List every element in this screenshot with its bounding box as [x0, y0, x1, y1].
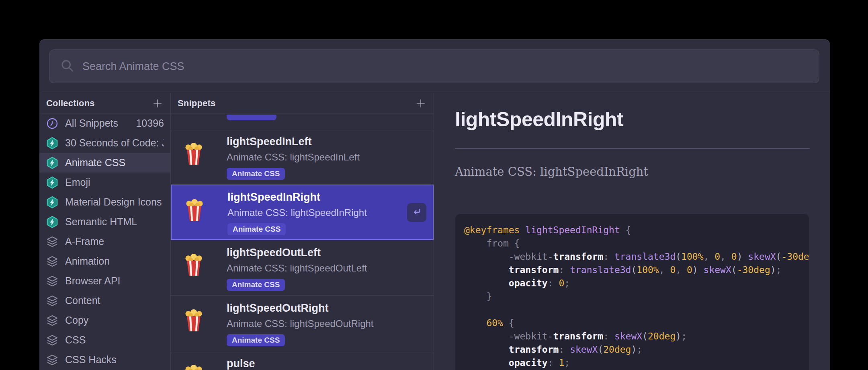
code-line: opacity: 1; [464, 356, 809, 370]
snippet-description: Animate CSS: lightSpeedOutLeft [227, 263, 426, 274]
detail-divider [455, 148, 810, 149]
sidebar-item-animation[interactable]: Animation [39, 251, 170, 271]
collections-panel: Collections All Snippets1039630 Seconds … [39, 93, 171, 370]
sidebar-item-label: Emoji [65, 177, 164, 188]
snippet-list-item-pulse[interactable]: pulse [171, 351, 434, 370]
snippet-description: Animate CSS: lightSpeedInRight [227, 207, 425, 218]
main-area: Collections All Snippets1039630 Seconds … [39, 93, 830, 370]
search-bar[interactable] [49, 49, 819, 83]
code-line: transform: translate3d(100%, 0, 0) skewX… [464, 263, 809, 277]
snippet-title: lightSpeedOutLeft [227, 247, 426, 259]
sidebar-item-all-snippets[interactable]: All Snippets10396 [39, 113, 170, 133]
popcorn-icon [184, 309, 204, 332]
layers-icon [46, 275, 59, 288]
snippets-title: Snippets [178, 98, 216, 109]
sidebar-item-animate-css[interactable]: Animate CSS [39, 153, 170, 173]
layers-icon [46, 314, 59, 327]
code-line: } [464, 290, 809, 303]
collections-title: Collections [46, 98, 95, 109]
search-input[interactable] [82, 60, 809, 73]
layers-icon [46, 255, 59, 268]
layers-icon [46, 334, 59, 347]
code-line: 60% { [464, 317, 809, 330]
sidebar-item-label: All Snippets [65, 117, 129, 129]
hexagon-bolt-icon [46, 196, 59, 209]
search-row [39, 39, 830, 93]
collections-list: All Snippets1039630 Seconds of Code: Ja.… [39, 113, 170, 370]
sidebar-item-label: Animation [65, 255, 164, 267]
sidebar-item-label: Browser API [65, 275, 164, 287]
layers-icon [46, 354, 59, 366]
popcorn-icon [184, 199, 205, 222]
sidebar-item-label: Animate CSS [65, 157, 164, 169]
sidebar-item-label: Material Design Icons [65, 196, 164, 208]
hexagon-bolt-icon [46, 137, 59, 150]
tag-badge: Animate CSS [227, 168, 285, 180]
snippet-detail-panel: lightSpeedInRight Animate CSS: lightSpee… [434, 93, 830, 370]
snippet-detail-title: lightSpeedInRight [455, 108, 810, 131]
tag-badge: Animate CSS [227, 223, 286, 235]
add-snippet-button[interactable] [415, 97, 427, 109]
code-line [464, 303, 809, 317]
clock-icon [46, 117, 59, 130]
snippet-list-item-lightSpeedInRight[interactable]: lightSpeedInRightAnimate CSS: lightSpeed… [171, 185, 434, 240]
sidebar-item-material-design-icons[interactable]: Material Design Icons [39, 192, 170, 212]
popcorn-icon [184, 143, 204, 165]
collections-header: Collections [39, 93, 170, 113]
sidebar-item-content[interactable]: Content [39, 291, 170, 310]
snippet-title: lightSpeedOutRight [227, 302, 426, 314]
snippet-description: Animate CSS: lightSpeedOutRight [227, 318, 426, 329]
sidebar-item-a-frame[interactable]: A-Frame [39, 232, 170, 251]
sidebar-item-label: CSS Hacks [65, 354, 164, 366]
app-window: Collections All Snippets1039630 Seconds … [39, 39, 830, 370]
snippet-count: 10396 [136, 117, 164, 129]
popcorn-icon [184, 365, 204, 370]
sidebar-item-30-seconds-of-code-ja[interactable]: 30 Seconds of Code: Ja... [39, 133, 170, 153]
snippet-title: lightSpeedInLeft [227, 136, 426, 148]
snippet-title: lightSpeedInRight [227, 191, 425, 204]
sidebar-item-label: Semantic HTML [65, 216, 164, 228]
snippets-header: Snippets [171, 93, 434, 113]
tag-badge: Animate CSS [227, 334, 285, 346]
sidebar-item-css-hacks[interactable]: CSS Hacks [39, 350, 170, 370]
code-line: @keyframes lightSpeedInRight { [464, 224, 809, 237]
code-editor[interactable]: @keyframes lightSpeedInRight { from { -w… [455, 214, 809, 370]
code-line: from { [464, 237, 809, 250]
hexagon-bolt-icon [46, 216, 59, 228]
hexagon-bolt-icon [46, 176, 59, 189]
code-line: -webkit-transform: skewX(20deg); [464, 330, 809, 343]
code-line: transform: skewX(20deg); [464, 343, 809, 356]
code-line: -webkit-transform: translate3d(100%, 0, … [464, 250, 809, 263]
sidebar-item-label: A-Frame [65, 236, 164, 247]
sidebar-item-label: 30 Seconds of Code: Ja... [65, 137, 164, 149]
tag-badge-fragment [227, 115, 276, 120]
scrolled-snippet-tag-fragment [171, 113, 434, 129]
layers-icon [46, 235, 59, 248]
sidebar-item-css[interactable]: CSS [39, 330, 170, 350]
sidebar-item-label: Copy [65, 314, 164, 326]
layers-icon [46, 294, 59, 307]
snippet-list-item-lightSpeedOutLeft[interactable]: lightSpeedOutLeftAnimate CSS: lightSpeed… [171, 240, 434, 296]
sidebar-item-label: CSS [65, 334, 164, 346]
snippets-panel: Snippets lightSpeedInLeftAnimate CSS: li… [171, 93, 434, 370]
snippets-list[interactable]: lightSpeedInLeftAnimate CSS: lightSpeedI… [171, 113, 434, 370]
return-icon [411, 206, 423, 220]
add-collection-button[interactable] [151, 97, 164, 109]
sidebar-item-semantic-html[interactable]: Semantic HTML [39, 212, 170, 232]
hexagon-bolt-icon [46, 156, 59, 169]
sidebar-item-label: Content [65, 295, 164, 306]
tag-badge: Animate CSS [227, 279, 285, 291]
snippet-list-item-lightSpeedInLeft[interactable]: lightSpeedInLeftAnimate CSS: lightSpeedI… [171, 129, 434, 185]
code-line: opacity: 0; [464, 277, 809, 290]
sidebar-item-emoji[interactable]: Emoji [39, 173, 170, 192]
snippet-detail-description: Animate CSS: lightSpeedInRight [455, 165, 810, 179]
search-icon [60, 58, 74, 74]
sidebar-item-copy[interactable]: Copy [39, 310, 170, 330]
snippet-title: pulse [227, 358, 426, 370]
popcorn-icon [184, 254, 204, 276]
snippet-list-item-lightSpeedOutRight[interactable]: lightSpeedOutRightAnimate CSS: lightSpee… [171, 296, 434, 351]
open-snippet-button[interactable] [407, 203, 426, 222]
sidebar-item-browser-api[interactable]: Browser API [39, 271, 170, 291]
snippet-description: Animate CSS: lightSpeedInLeft [227, 152, 426, 163]
